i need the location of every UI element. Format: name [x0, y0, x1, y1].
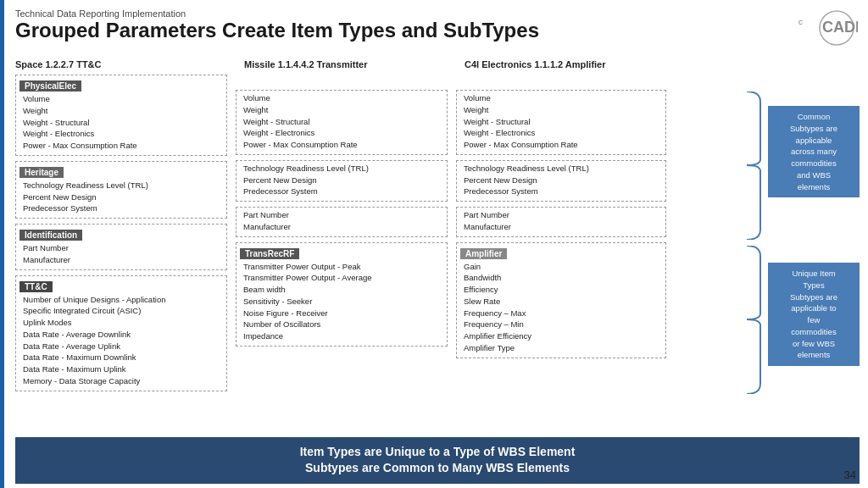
- section-ttc: TT&C Number of Unique Designs - Applicat…: [15, 275, 227, 391]
- banner-line2: Subtypes are Common to Many WBS Elements: [305, 461, 570, 474]
- section-heritage-3: Technology Readiness Level (TRL) Percent…: [456, 160, 666, 202]
- section-label-ttc: TT&C: [19, 281, 53, 292]
- common-brace: [745, 92, 762, 240]
- annotation-unique: Unique ItemTypesSubtypes areapplicable t…: [768, 263, 860, 366]
- section-physical-3: Volume Weight Weight - Structural Weight…: [456, 90, 666, 155]
- section-physical-1: PhysicalElec Volume Weight Weight - Stru…: [15, 75, 227, 156]
- section-label-heritage-1: Heritage: [19, 167, 64, 178]
- subtitle: Technical Data Reporting Implementation: [15, 8, 775, 19]
- section-physical-2: Volume Weight Weight - Structural Weight…: [236, 90, 448, 155]
- svg-text:C: C: [798, 19, 803, 25]
- col-header-3: C4I Electronics 1.1.1.2 Amplifier: [465, 59, 606, 69]
- column-3: Volume Weight Weight - Structural Weight…: [456, 75, 666, 441]
- section-heritage-1: Heritage Technology Readiness Level (TRL…: [15, 161, 227, 219]
- page-title: Grouped Parameters Create Item Types and…: [15, 19, 775, 43]
- section-trans: TransRecRF Transmitter Power Output - Pe…: [236, 242, 448, 347]
- columns-area: PhysicalElec Volume Weight Weight - Stru…: [15, 75, 720, 441]
- annotation-common: CommonSubtypes areapplicableacross manyc…: [768, 106, 860, 197]
- header: Technical Data Reporting Implementation …: [15, 8, 775, 43]
- section-id-2: Part Number Manufacturer: [236, 207, 448, 237]
- column-2: Volume Weight Weight - Structural Weight…: [236, 75, 448, 441]
- column-1: PhysicalElec Volume Weight Weight - Stru…: [15, 75, 227, 441]
- banner-line1: Item Types are Unique to a Type of WBS E…: [300, 445, 576, 458]
- unique-brace: [745, 246, 762, 394]
- section-id-3: Part Number Manufacturer: [456, 207, 666, 237]
- section-heritage-2: Technology Readiness Level (TRL) Percent…: [236, 160, 448, 202]
- accent-bar: [0, 0, 4, 488]
- section-label-id-1: Identification: [19, 230, 82, 241]
- bottom-banner: Item Types are Unique to a Type of WBS E…: [15, 437, 860, 484]
- col-header-2: Missile 1.1.4.4.2 Transmitter: [244, 59, 368, 69]
- section-id-1: Identification Part Number Manufacturer: [15, 224, 227, 270]
- section-amp: Amplifier Gain Bandwidth Efficiency Slew…: [456, 242, 666, 358]
- section-label-physical-1: PhysicalElec: [19, 80, 81, 92]
- section-label-trans: TransRecRF: [240, 248, 299, 259]
- col-header-1: Space 1.2.2.7 TT&C: [15, 59, 102, 69]
- section-label-amp: Amplifier: [460, 248, 507, 259]
- main-content: Space 1.2.2.7 TT&C Missile 1.1.4.4.2 Tra…: [15, 59, 860, 441]
- svg-text:CADE: CADE: [822, 19, 858, 36]
- page-number: 34: [844, 469, 856, 481]
- logo: CADE C: [779, 7, 860, 49]
